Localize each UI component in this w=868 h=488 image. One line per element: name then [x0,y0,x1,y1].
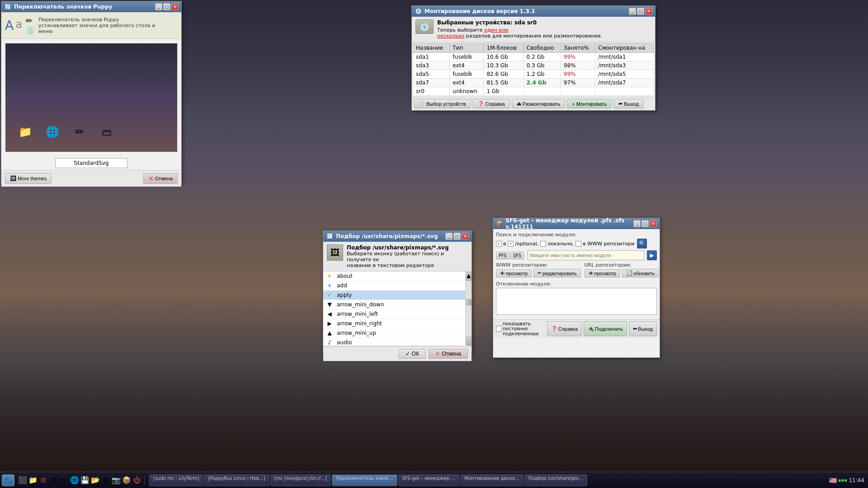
sfs-cb-optional[interactable]: /optional, [508,241,538,247]
icon-switcher-close-btn[interactable]: ✕ [171,3,179,10]
quicklaunch-filemanager[interactable]: 📂 [91,476,100,485]
quicklaunch-settings2[interactable]: ⚙ [49,476,58,485]
list-item[interactable]: ▲ arrow_mini_up [323,328,465,338]
preview-icon-folder-img: 📁 [17,124,33,140]
pixmap-cancel-btn[interactable]: ✕ Отмена [429,349,468,359]
table-row[interactable]: sda1 fuseblk 10.6 Gb 0.2 Gb 99% /mnt/sda… [413,53,654,61]
sfs-go-btn[interactable]: ▶ [647,250,657,260]
scrollbar-thumb[interactable] [466,299,472,305]
cb-show-connected-box[interactable] [496,326,502,332]
sfs-get-maximize-btn[interactable]: □ [642,220,649,227]
select-devices-btn[interactable]: 💿 Выбор устройств [414,99,471,108]
pixmap-sel-titlebar[interactable]: 🖼 Подбор /usr/share/pixmaps/*.svg _ □ ✕ [323,231,472,242]
sfs-url-col: URL репозитории: 👁 просмотр 🔄 обновить [585,262,659,279]
taskbar-app-sfs-get[interactable]: SFS-get – менеджер … [398,474,460,486]
pixmap-sel-minimize-btn[interactable]: _ [445,233,453,240]
tray-clock: 11:44 [849,477,864,483]
table-row[interactable]: sr0 unknown 1 Gb [413,87,654,96]
list-item[interactable]: + add [323,281,465,291]
quicklaunch-apps[interactable]: 📦 [122,476,131,485]
sfs-btn[interactable]: SFS [510,252,524,259]
list-item[interactable]: ★ about [323,272,465,281]
help-icon-sfs: ❓ [551,326,557,332]
table-row[interactable]: sda3 ext4 10.3 Gb 0.3 Gb 98% /mnt/sda3 [413,61,654,70]
quicklaunch-storage[interactable]: 💾 [80,476,90,485]
disk-instr-2[interactable]: несколько [437,33,464,39]
pixmap-sel-close-btn[interactable]: ✕ [462,233,469,240]
sfs-cb-www[interactable]: в WWW репозитори [576,241,634,247]
sfs-cb-show-connected[interactable]: показывать постоянно подключенные [496,321,547,336]
disk-instr-link[interactable]: один или [484,27,509,33]
help-icon-disk: ❓ [478,101,484,107]
item-icon-arrow-left: ◀ [326,310,333,318]
unmount-btn[interactable]: ⏏ Размонтировать [512,99,566,108]
quicklaunch-terminal[interactable]: ⬛ [18,476,27,485]
sfs-get-close-btn[interactable]: ✕ [650,220,657,227]
list-item[interactable]: ◀ arrow_mini_left [323,310,465,319]
sfs-search-icon-btn[interactable]: 🔍 [637,239,647,249]
table-row[interactable]: sda5 fuseblk 82.6 Gb 1.2 Gb 99% /mnt/sda… [413,70,654,79]
quicklaunch-browser[interactable]: 🌐 [70,476,79,485]
sfs-exit-btn[interactable]: ⬅ Выход [629,321,657,336]
exit-btn-disk[interactable]: ⬅ Выход [613,99,644,108]
sfs-view-url-btn[interactable]: 👁 просмотр [585,269,620,277]
pfs-btn[interactable]: PFS [496,252,509,259]
icon-switcher-minimize-btn[interactable]: _ [155,3,162,10]
sfs-module-input[interactable] [528,250,644,260]
disk-mount-minimize-btn[interactable]: _ [629,8,636,15]
cb-optional-box[interactable] [508,241,514,247]
pixmap-sel-maximize-btn[interactable]: □ [453,233,461,240]
scrollbar-up-btn[interactable]: ▲ [466,272,472,281]
disk-name: sda1 [413,53,450,61]
pixmap-ok-btn[interactable]: ✓ ОК [399,349,426,359]
sfs-checkboxes-row: в /optional, локально, в WWW репозитори … [496,239,657,249]
sfs-help-btn[interactable]: ❓ Справка [547,321,582,336]
taskbar-app-icon-switcher[interactable]: Переключатель значк… [332,474,397,486]
sfs-cb-in[interactable]: в [496,241,506,247]
sfs-get-titlebar[interactable]: 📦 SFS-get – менеджер модулей .pfs .sfs v… [493,218,660,229]
icon-switcher-maximize-btn[interactable]: □ [163,3,170,10]
list-item[interactable]: ✓ apply [323,291,465,300]
quicklaunch-editor[interactable]: ✏ [60,476,69,485]
cb-in-box[interactable] [496,241,502,247]
more-themes-button[interactable]: 🖼 More themes [5,173,52,184]
quicklaunch-files[interactable]: 📁 [28,476,38,485]
cb-www-box[interactable] [576,241,581,247]
list-item[interactable]: ▶ arrow_mini_right [323,319,465,328]
sfs-update-btn[interactable]: 🔄 обновить [622,269,659,277]
pixmap-scrollbar[interactable]: ▲ [465,272,472,346]
cancel-button[interactable]: ✕ Отмена [143,173,178,184]
start-menu-btn[interactable]: 🐾 [2,474,14,486]
help-btn-disk[interactable]: ❓ Справка [473,99,510,108]
quicklaunch-power[interactable]: ⏻ [132,476,142,485]
cb-local-box[interactable] [540,241,546,247]
sfs-disconnect-textarea[interactable] [496,288,657,315]
tray-flag-us[interactable]: 🇺🇸 [829,477,837,484]
sfs-get-minimize-btn[interactable]: _ [633,220,641,227]
sfs-connect-btn[interactable]: 🔌 Подключить [584,321,627,336]
disk-name: sda3 [413,61,450,70]
disk-mount-titlebar[interactable]: 💿 Монтирование дисков версия 1.3.1 _ □ ✕ [412,6,655,17]
list-item[interactable]: ♪ audio [323,338,465,346]
sfs-view-www-btn[interactable]: 👁 просмотр [496,269,532,277]
mount-btn[interactable]: + Монтировать [567,99,612,108]
scrollbar-down-btn[interactable] [466,337,472,346]
taskbar-app-terminal[interactable]: [sudo mc - LilyTerm] [149,474,203,486]
taskbar-app-pixmap-sel[interactable]: Подбор /usr/share/pix… [524,474,587,486]
disk-name: sda7 [413,79,450,87]
quicklaunch-settings1[interactable]: ⚙ [39,476,48,485]
sfs-edit-www-btn[interactable]: ✏ редактировать [533,269,580,277]
quicklaunch-camera[interactable]: 📷 [112,476,121,485]
sfs-cb-local[interactable]: локально, [540,241,574,247]
quicklaunch-network[interactable]: 🖥 [101,476,110,485]
list-item[interactable]: ▼ arrow_mini_down [323,300,465,310]
table-row[interactable]: sda7 ext4 81.5 Gb 2.4 Gb 97% /mnt/sda7 [413,79,654,87]
item-icon-arrow-right: ▶ [326,320,333,327]
icon-switcher-titlebar[interactable]: 🔄 Переключатель значков Puppy _ □ ✕ [1,1,181,12]
disk-mount-close-btn[interactable]: ✕ [645,8,652,15]
taskbar-app-disk-mount[interactable]: Монтирование диско… [460,474,524,486]
disk-mount-maximize-btn[interactable]: □ [637,8,644,15]
taskbar-app-mc[interactable]: [mc [live@pra]:/sh://…] [270,474,331,486]
item-icon-arrow-up: ▲ [326,329,333,337]
taskbar-app-puppylinux[interactable]: [PuppyRus Linux | Нов…] [204,474,269,486]
